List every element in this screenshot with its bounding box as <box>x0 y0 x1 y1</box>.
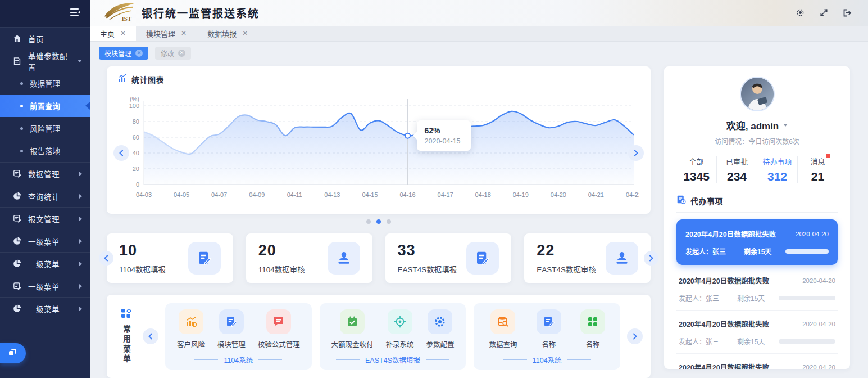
tab-close-icon[interactable]: ✕ <box>120 29 126 37</box>
svg-text:40: 40 <box>133 150 139 156</box>
chip-close-icon[interactable]: ✕ <box>135 50 143 57</box>
menu-item-name-2[interactable]: 名称 <box>580 309 605 349</box>
todo-item[interactable]: 2020年4月20日数据跑批失败 2020-04-20 发起人：张三 剩余15天 <box>676 310 838 354</box>
sidebar-item-level1-menu-1[interactable]: 一级菜单 <box>0 230 90 252</box>
tab-bar: 主页 ✕ 模块管理 ✕ 数据填报 ✕ <box>90 26 868 42</box>
form-edit-icon <box>188 242 221 274</box>
tab-close-icon[interactable]: ✕ <box>181 29 187 37</box>
statistics-chart-card: 统计图表 1008060402 <box>107 66 651 214</box>
sidebar-subitem-risk-mgmt[interactable]: 风险管理 <box>0 117 90 140</box>
avatar[interactable] <box>740 76 775 111</box>
sidebar-item-level1-menu-2[interactable]: 一级菜单 <box>0 252 90 274</box>
stat-approved[interactable]: 已审批 234 <box>716 156 757 183</box>
logout-icon[interactable] <box>842 8 852 18</box>
bullet-icon <box>20 150 23 152</box>
tab-home[interactable]: 主页 ✕ <box>90 26 136 42</box>
settings-icon[interactable] <box>795 8 805 18</box>
sidebar-item-query-stats[interactable]: 查询统计 <box>0 184 90 207</box>
menu-item-param-config[interactable]: 参数配置 <box>426 309 454 349</box>
fullscreen-icon[interactable] <box>819 8 829 18</box>
quick-menu-title: 常用菜单 <box>120 325 131 364</box>
sidebar-subitem-data-mgmt[interactable]: 数据管理 <box>0 72 90 94</box>
sidebar-item-home[interactable]: 首页 <box>0 27 90 50</box>
chip-bar: 模块管理 ✕ 修改 ✕ <box>90 42 868 60</box>
chevron-down-icon <box>78 60 82 62</box>
welcome-text: 欢迎, admin <box>726 118 779 132</box>
chart-prev-button[interactable] <box>113 145 129 161</box>
app-root: 首页 基础参数配置 数据管理 前置查询 风险管理 报告落地 数据管理 <box>0 0 868 378</box>
tab-module-mgmt[interactable]: 模块管理 ✕ <box>136 26 197 42</box>
logo-icon: IST <box>103 1 136 25</box>
sidebar-item-params[interactable]: 基础参数配置 <box>0 50 90 72</box>
collapse-menu-icon[interactable] <box>70 8 81 19</box>
visit-info: 访问情况：今日访问次数6次 <box>676 136 838 146</box>
sidebar-subitem-report-landing[interactable]: 报告落地 <box>0 140 90 162</box>
menu-item-large-cash[interactable]: 大额现金收付 <box>331 309 374 349</box>
stat-card-1104-review[interactable]: 20 1104数据审核 <box>246 233 372 283</box>
sidebar-item-label: 首页 <box>28 33 82 44</box>
menu-item-label: 校验公式管理 <box>258 339 300 349</box>
bullet-icon <box>20 105 23 107</box>
sidebar-item-message-mgmt[interactable]: 报文管理 <box>0 207 90 230</box>
menu-item-label: 名称 <box>585 339 599 349</box>
doc-edit-icon <box>12 169 22 178</box>
stat-card-1104-fill[interactable]: 10 1104数据填报 <box>107 233 233 283</box>
todo-title: 代办事项 <box>690 195 723 206</box>
stat-value: 20 <box>258 242 305 259</box>
progress-bar <box>779 296 835 300</box>
menu-prev-button[interactable] <box>143 328 158 344</box>
menu-item-customer-risk[interactable]: 客户风险 <box>177 309 205 349</box>
menu-item-supplement-system[interactable]: 补录系统 <box>386 309 414 349</box>
stat-todo[interactable]: 待办事项 312 <box>757 156 797 183</box>
todo-item[interactable]: 2020年4月20日数据跑批失败 2020-04-20 发起人：张三 剩余15天 <box>676 267 838 310</box>
pagination-dot[interactable] <box>366 219 371 224</box>
menu-item-data-query[interactable]: 数据查询 <box>489 309 517 349</box>
todo-item[interactable]: 2020年4月20日数据跑批失败 2020-04-20 发起人：张三 剩余4天 <box>676 354 838 369</box>
chip-close-icon[interactable]: ✕ <box>178 50 185 57</box>
grid-green-icon <box>580 309 605 334</box>
cards-prev-button[interactable] <box>99 251 113 266</box>
tab-close-icon[interactable]: ✕ <box>242 29 248 37</box>
layout-switch-button[interactable] <box>0 343 26 363</box>
pie-icon <box>12 304 22 313</box>
svg-text:04-20: 04-20 <box>551 191 566 198</box>
pie-icon <box>12 236 22 246</box>
pagination-dot[interactable] <box>387 219 391 224</box>
todo-header: 代办事项 <box>676 195 838 213</box>
menu-item-module-mgmt[interactable]: 模块管理 <box>217 309 246 349</box>
sidebar-subitem-pre-query[interactable]: 前置查询 <box>0 94 90 117</box>
menu-item-formula-mgmt[interactable]: 校验公式管理 <box>258 309 300 349</box>
chart-next-button[interactable] <box>628 145 644 161</box>
grid-icon <box>121 309 131 321</box>
sidebar: 首页 基础参数配置 数据管理 前置查询 风险管理 报告落地 数据管理 <box>0 0 90 378</box>
svg-text:04-19: 04-19 <box>513 191 529 198</box>
brand: IST 银行统一监管报送系统 <box>103 1 260 25</box>
stat-label: EAST4S数据审核 <box>537 263 596 274</box>
svg-text:04-18: 04-18 <box>475 191 491 198</box>
sidebar-item-label: 一级菜单 <box>28 258 73 269</box>
chip-modify[interactable]: 修改 ✕ <box>155 47 191 60</box>
todo-item[interactable]: 2020年4月20日数据跑批失败 2020-04-20 发起人：张三 剩余15天 <box>676 219 838 265</box>
target-icon <box>388 309 412 334</box>
menu-item-name-1[interactable]: 名称 <box>537 309 561 349</box>
stat-all[interactable]: 全部 1345 <box>676 156 716 183</box>
chip-module-mgmt[interactable]: 模块管理 ✕ <box>99 47 148 60</box>
svg-text:04-07: 04-07 <box>211 191 227 198</box>
sidebar-item-level1-menu-3[interactable]: 一级菜单 <box>0 274 90 297</box>
module-doc-icon <box>219 309 244 334</box>
pagination-dot[interactable] <box>376 219 381 224</box>
cards-next-button[interactable] <box>644 251 658 266</box>
menu-next-button[interactable] <box>627 328 643 344</box>
pie-icon <box>12 259 22 268</box>
params-doc-icon <box>12 56 22 66</box>
tab-data-fill[interactable]: 数据填报 ✕ <box>197 26 258 42</box>
stat-card-east4s-fill[interactable]: 33 EAST4S数据填报 <box>385 233 512 283</box>
chart-area: 100806040200(%)04-0304-0504-0704-0904-11… <box>118 96 639 210</box>
sidebar-item-level1-menu-4[interactable]: 一级菜单 <box>0 297 90 320</box>
svg-text:04-17: 04-17 <box>438 191 453 198</box>
sidebar-item-data-mgmt[interactable]: 数据管理 <box>0 162 90 184</box>
stat-messages[interactable]: 消息 21 <box>797 156 838 183</box>
user-dropdown-icon[interactable] <box>783 124 788 127</box>
bullet-icon <box>20 127 23 130</box>
stat-card-east4s-review[interactable]: 22 EAST4S数据审核 <box>524 233 651 283</box>
